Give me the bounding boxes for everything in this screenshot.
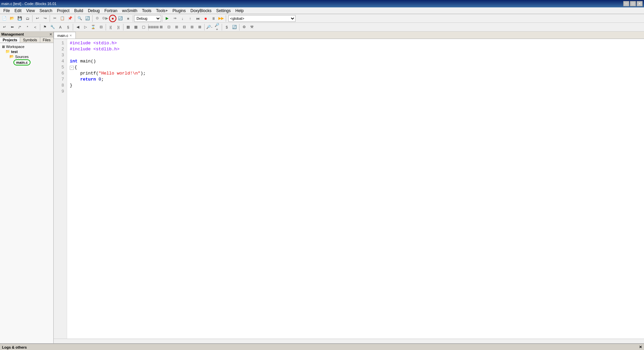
tb2-btn6[interactable]: ⚑ [41, 23, 49, 31]
tb2-btn9[interactable]: § [64, 23, 72, 31]
tb2-btn4[interactable]: * [24, 23, 31, 31]
redo-button[interactable]: ↪ [41, 15, 49, 22]
tb2-btn24[interactable]: ⊞ [188, 23, 196, 31]
debug-step-into[interactable]: ↓ [179, 15, 186, 22]
bottom-panel-close[interactable]: ✕ [639, 345, 642, 349]
tree-project[interactable]: 📁 test [1, 49, 52, 54]
tb2-sep2 [73, 24, 73, 31]
menu-plugins[interactable]: Plugins [170, 8, 187, 14]
global-functions-dropdown[interactable]: <global> [228, 15, 296, 22]
menu-tools-plus[interactable]: Tools+ [154, 8, 170, 14]
run-button[interactable]: ● [109, 15, 116, 22]
cut-button[interactable]: ✂ [51, 15, 58, 22]
minimize-button[interactable]: ─ [623, 1, 629, 6]
build-button[interactable]: ⚙ [94, 15, 101, 22]
management-close-button[interactable]: ✕ [49, 33, 52, 36]
tb2-btn26[interactable]: 🔎- [206, 23, 213, 31]
tb2-btn21[interactable]: ⊡ [165, 23, 172, 31]
tb2-btn28[interactable]: $ [223, 23, 230, 31]
tree-main-file[interactable]: main.c [1, 59, 52, 66]
menu-build[interactable]: Build [72, 8, 85, 14]
editor-horizontal-scrollbar[interactable] [54, 339, 644, 343]
tree-sources-folder[interactable]: 📂 Sources [1, 54, 52, 59]
tb2-btn17[interactable]: ▦ [132, 23, 140, 31]
code-editor[interactable]: #include <stdio.h> #include <stdlib.h> i… [67, 39, 644, 339]
menu-file[interactable]: File [1, 8, 12, 14]
debug-run-button[interactable]: ▶ [163, 15, 171, 22]
tb2-btn10[interactable]: ◀ [74, 23, 82, 31]
close-button[interactable]: ✕ [637, 1, 643, 6]
debug-continue-button[interactable]: ▶▶ [217, 15, 225, 22]
editor-tabs: main.c ✕ [54, 32, 644, 39]
fold-marker[interactable]: - [70, 66, 74, 70]
find-button[interactable]: 🔍 [76, 15, 84, 22]
menu-debug[interactable]: Debug [86, 8, 102, 14]
replace-button[interactable]: 🔄 [84, 15, 91, 22]
undo-button[interactable]: ↩ [34, 15, 41, 22]
tb2-btn25[interactable]: ⊠ [196, 23, 203, 31]
tb2-btn1[interactable]: ↵ [1, 23, 8, 31]
open-file-button[interactable]: 📂 [8, 15, 16, 22]
menu-doxyblocks[interactable]: DoxyBlocks [189, 8, 214, 14]
tb2-btn30[interactable]: ⚙ [240, 23, 248, 31]
menu-search[interactable]: Search [38, 8, 54, 14]
tb2-btn7[interactable]: 🔧 [49, 23, 56, 31]
tb2-btn3[interactable]: /* [16, 23, 23, 31]
tb2-btn20[interactable]: ⊠ [157, 23, 165, 31]
rebuild-button[interactable]: 🔃 [117, 15, 124, 22]
tb2-btn19[interactable]: ⊞⊞⊞⊞ [150, 23, 157, 31]
tb2-btn31[interactable]: ⚒ [248, 23, 256, 31]
save-button[interactable]: 💾 [16, 15, 23, 22]
tb2-btn5[interactable]: < [32, 23, 39, 31]
menu-view[interactable]: View [24, 8, 37, 14]
build-target-select[interactable]: Debug [134, 15, 161, 22]
debug-stop-button[interactable]: ■ [202, 15, 209, 22]
tb2-btn27[interactable]: 🔎+ [213, 23, 221, 31]
menu-settings[interactable]: Settings [214, 8, 232, 14]
tb2-btn13[interactable]: ⊟ [97, 23, 105, 31]
editor-tab-close[interactable]: ✕ [69, 34, 72, 37]
code-line-1: #include <stdio.h> [70, 40, 641, 46]
paste-button[interactable]: 📌 [66, 15, 74, 22]
menu-fortran[interactable]: Fortran [102, 8, 119, 14]
tb2-btn2[interactable]: ⬅ [8, 23, 16, 31]
tb2-btn8[interactable]: A [57, 23, 64, 31]
open-file-icon: 📂 [10, 16, 14, 20]
tb2-btn11[interactable]: ▷ [82, 23, 89, 31]
menu-edit[interactable]: Edit [12, 8, 23, 14]
debug-next-break[interactable]: ⏭ [194, 15, 202, 22]
tb2-icon11: ▷ [84, 25, 87, 29]
menu-tools[interactable]: Tools [140, 8, 153, 14]
tb2-btn18[interactable]: ▢ [140, 23, 147, 31]
tb2-icon7: 🔧 [50, 25, 55, 29]
tb2-btn22[interactable]: ⊞ [173, 23, 180, 31]
maximize-button[interactable]: □ [630, 1, 636, 6]
tb2-btn29[interactable]: 🔄 [231, 23, 238, 31]
save-all-button[interactable]: 🗂 [24, 15, 31, 22]
tab-files[interactable]: Files [40, 37, 54, 43]
debug-next-break-icon: ⏭ [196, 16, 200, 20]
build-run-button[interactable]: ⚙▶ [101, 15, 109, 22]
menu-help[interactable]: Help [233, 8, 246, 14]
debug-step-over[interactable]: ⇒ [171, 15, 178, 22]
debug-pause-button[interactable]: ⏸ [210, 15, 217, 22]
window-title: main.c [test] - Code::Blocks 16.01 [1, 2, 56, 6]
main-file-label[interactable]: main.c [13, 59, 31, 65]
tb2-btn15[interactable]: }| [115, 23, 122, 31]
tab-symbols[interactable]: Symbols [20, 37, 40, 43]
tb2-btn14[interactable]: |{ [107, 23, 114, 31]
editor-tab-main-c[interactable]: main.c ✕ [54, 32, 76, 39]
tb2-btn12[interactable]: ⌛ [90, 23, 97, 31]
stop-build-button[interactable]: ■ [124, 15, 132, 22]
menu-wxsmith[interactable]: wxSmith [120, 8, 139, 14]
build-run-icon: ⚙▶ [102, 16, 108, 20]
code-area: 1 2 3 4 5 6 7 8 9 #include <stdio.h> #in… [54, 39, 644, 339]
menu-project[interactable]: Project [55, 8, 71, 14]
debug-step-out[interactable]: ↑ [186, 15, 194, 22]
tb2-btn16[interactable]: ▩ [124, 23, 132, 31]
tab-projects[interactable]: Projects [0, 37, 20, 43]
new-file-button[interactable]: 📄 [1, 15, 8, 22]
copy-button[interactable]: 📋 [59, 15, 66, 22]
tree-workspace[interactable]: 🖥 Workspace [1, 44, 52, 49]
tb2-btn23[interactable]: ⊟ [180, 23, 188, 31]
